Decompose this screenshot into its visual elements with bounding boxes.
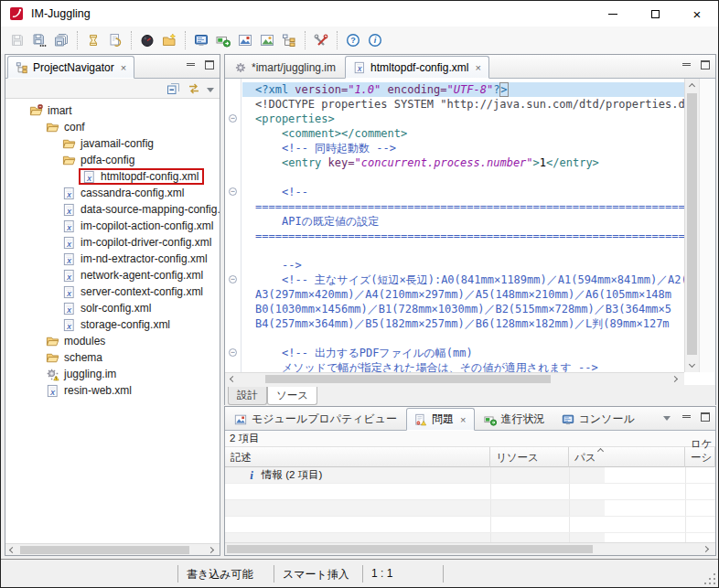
xml-file-icon: X: [62, 302, 76, 315]
info-button[interactable]: i: [364, 29, 386, 51]
code-line-12[interactable]: [242, 243, 684, 258]
code-line-4[interactable]: <comment></comment>: [242, 126, 684, 141]
problems-row-info-group[interactable]: i情報 (2 項目): [225, 467, 715, 484]
tree-item-modules[interactable]: modules: [5, 333, 220, 349]
column-header-記述[interactable]: 記述: [225, 447, 490, 467]
editor-vscrollbar[interactable]: [684, 79, 699, 372]
tree-item-htmltopdf-config.xml[interactable]: Xhtmltopdf-config.xml: [5, 168, 220, 185]
tree-item-data-source-mapping-config.xml[interactable]: Xdata-source-mapping-config.xml: [5, 201, 220, 218]
code-line-14[interactable]: <!-- 主なサイズ(短辺×長辺):A0(841mm×1189mm)／A1(59…: [242, 273, 684, 287]
code-line-6[interactable]: <entry key="concurrent.process.number">1…: [242, 155, 684, 170]
close-icon[interactable]: ×: [475, 62, 480, 73]
view-tab-進行状況[interactable]: 進行状況: [477, 408, 553, 431]
save-as-button[interactable]: [28, 29, 50, 51]
progress-button[interactable]: [212, 29, 234, 51]
close-button[interactable]: ×: [676, 1, 718, 27]
view-menu-icon[interactable]: [207, 82, 214, 95]
editor-tab-htmltopdf-config.xml[interactable]: Xhtmltopdf-config.xml×: [345, 56, 489, 79]
tree-item-conf[interactable]: conf: [5, 119, 220, 135]
module-property-button[interactable]: [234, 29, 256, 51]
column-header-ロケーション[interactable]: ロケーション: [685, 447, 715, 467]
resize-grip[interactable]: [704, 566, 715, 584]
tree-item-label: storage-config.xml: [80, 318, 170, 331]
tree-item-javamail-config[interactable]: javamail-config: [5, 135, 220, 152]
code-line-10[interactable]: APIの既定値の設定: [242, 214, 684, 229]
close-icon[interactable]: ×: [121, 62, 126, 73]
code-line-8[interactable]: <!--: [242, 185, 684, 199]
code-line-19[interactable]: <!-- 出力するPDFファイルの幅(mm): [242, 346, 684, 360]
link-editor-icon[interactable]: [187, 81, 201, 96]
problems-hscrollbar[interactable]: [225, 542, 715, 555]
sphere-button[interactable]: [136, 29, 158, 51]
maximize-button[interactable]: [634, 1, 676, 27]
tree-item-solr-config.xml[interactable]: Xsolr-config.xml: [5, 300, 220, 316]
navigator-minmax: [184, 60, 216, 71]
code-line-17[interactable]: B4(257mm×364mm)／B5(182mm×257mm)／B6(128mm…: [242, 316, 684, 331]
tree-item-juggling.im[interactable]: juggling.im: [5, 366, 220, 382]
fold-minus-icon[interactable]: −: [229, 187, 237, 196]
code-line-20[interactable]: メソッドで幅が指定された場合は、その値が適用されます -->: [242, 360, 684, 372]
code-line-5[interactable]: <!-- 同時起動数 -->: [242, 141, 684, 155]
tree-item-schema[interactable]: schema: [5, 349, 220, 366]
tab-project-navigator[interactable]: ProjectNavigator ×: [7, 56, 134, 79]
code-line-18[interactable]: [242, 331, 684, 346]
tree-item-cassandra-config.xml[interactable]: Xcassandra-config.xml: [5, 185, 220, 201]
column-header-パス[interactable]: パス: [569, 447, 685, 467]
help-button[interactable]: ?: [342, 29, 364, 51]
fold-minus-icon[interactable]: −: [229, 275, 237, 283]
editor-hscrollbar[interactable]: [225, 372, 684, 385]
tree-item-resin-web.xml[interactable]: Xresin-web.xml: [5, 382, 220, 399]
code-area[interactable]: <?xml version="1.0" encoding="UTF-8"?><!…: [242, 79, 684, 372]
tree-item-imart[interactable]: imart: [5, 102, 220, 119]
tree-item-server-context-config.xml[interactable]: Xserver-context-config.xml: [5, 283, 220, 300]
close-icon[interactable]: ×: [460, 414, 466, 425]
navigator-tree-button[interactable]: [278, 29, 300, 51]
folder-new-button[interactable]: [158, 29, 180, 51]
view-tab-コンソール[interactable]: コンソール: [554, 408, 642, 431]
column-header-リソース[interactable]: リソース: [490, 447, 569, 467]
fold-minus-icon[interactable]: −: [229, 348, 237, 357]
xml-file-icon: X: [353, 61, 366, 74]
tree-item-im-copilot-action-config.xml[interactable]: Xim-copilot-action-config.xml: [5, 218, 220, 234]
maximize-view-button[interactable]: [699, 412, 712, 423]
code-line-15[interactable]: A3(297mm×420mm)／A4(210mm×297mm)／A5(148mm…: [242, 287, 684, 302]
maximize-view-button[interactable]: [203, 60, 216, 71]
file-refresh-button[interactable]: [104, 29, 126, 51]
save-button[interactable]: [6, 29, 28, 51]
tree-item-storage-config.xml[interactable]: Xstorage-config.xml: [5, 316, 220, 333]
problems-minmax: [660, 412, 712, 423]
source-editor[interactable]: −−−− <?xml version="1.0" encoding="UTF-8…: [225, 79, 715, 372]
view-tab-モジュールプロパティビュー[interactable]: モジュールプロパティビュー: [227, 408, 404, 431]
code-line-2[interactable]: <!DOCTYPE properties SYSTEM "http://java…: [242, 97, 684, 112]
code-line-1[interactable]: <?xml version="1.0" encoding="UTF-8"?>: [242, 82, 684, 97]
code-line-9[interactable]: ========================================…: [242, 199, 684, 214]
minimize-view-button[interactable]: [184, 60, 197, 71]
tree-item-network-agent-config.xml[interactable]: Xnetwork-agent-config.xml: [5, 267, 220, 283]
page-tab-ソース[interactable]: ソース: [267, 387, 317, 405]
view-menu-button[interactable]: [660, 412, 673, 423]
minimize-button[interactable]: [592, 1, 634, 27]
code-line-7[interactable]: [242, 170, 684, 185]
minimize-editor-button[interactable]: [680, 60, 692, 71]
maximize-editor-button[interactable]: [699, 60, 712, 71]
code-line-3[interactable]: <properties>: [242, 112, 684, 126]
minimize-view-button[interactable]: [680, 412, 692, 423]
code-line-11[interactable]: ========================================…: [242, 229, 684, 243]
code-line-16[interactable]: B0(1030mm×1456mm)／B1(728mm×1030mm)／B2(51…: [242, 302, 684, 316]
console-button[interactable]: [190, 29, 212, 51]
page-tab-設計[interactable]: 設計: [228, 387, 267, 405]
tools-button[interactable]: [310, 29, 332, 51]
tree-item-im-copilot-driver-config.xml[interactable]: Xim-copilot-driver-config.xml: [5, 234, 220, 251]
fold-minus-icon[interactable]: −: [229, 114, 237, 123]
image-button[interactable]: [256, 29, 278, 51]
code-line-13[interactable]: -->: [242, 258, 684, 273]
view-tab-問題[interactable]: 問題×: [406, 408, 474, 431]
spool-button[interactable]: [82, 29, 104, 51]
save-all-button[interactable]: [50, 29, 72, 51]
collapse-all-icon[interactable]: [166, 81, 181, 96]
editor-tab--imart-juggling.im[interactable]: *imart/juggling.im: [227, 56, 343, 79]
tree-item-im-nd-extractor-config.xml[interactable]: Xim-nd-extractor-config.xml: [5, 251, 220, 267]
xml-file-icon: X: [62, 187, 76, 200]
tree-item-pdfa-config[interactable]: pdfa-config: [5, 152, 220, 168]
navigator-hscrollbar[interactable]: [5, 543, 220, 555]
